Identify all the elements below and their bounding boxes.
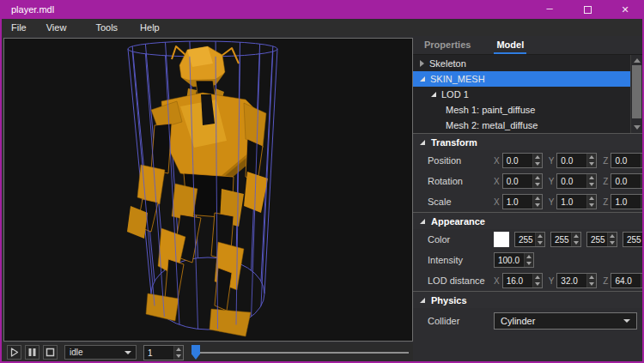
panel-tabs: Properties Model [413,36,642,54]
scroll-down-icon[interactable] [634,125,641,130]
play-icon [8,346,21,359]
spin-down-icon[interactable] [533,181,542,188]
spin-up-icon[interactable] [608,233,617,239]
color-g-field[interactable]: 255 [550,232,581,247]
collapsed-arrow-icon[interactable] [420,60,424,67]
minimize-button[interactable]: – [531,0,568,19]
color-r-field[interactable]: 255 [514,232,545,247]
collider-select[interactable]: Cylinder [494,312,637,330]
color-swatch[interactable] [494,232,509,247]
timeline-slider[interactable] [191,345,409,360]
3d-viewport[interactable] [3,38,413,342]
spin-down-icon[interactable] [533,202,542,209]
close-button[interactable]: ✕ [606,0,644,19]
position-z-field[interactable]: 0.0 [611,153,644,168]
right-panel: Properties Model Skeleton SKIN_MESH LOD … [413,36,642,361]
section-header-appearance[interactable]: Appearance [413,212,642,229]
scale-y-field[interactable]: 1.0 [556,194,597,209]
spin-up-icon[interactable] [587,274,596,281]
spin-up-icon[interactable] [533,174,542,181]
intensity-field[interactable]: 100.0 [494,252,534,268]
spin-up-icon[interactable] [572,233,580,239]
collider-row: Collider Cylinder [413,308,642,334]
model-tree: Skeleton SKIN_MESH LOD 1 Mesh 1: paint_d… [413,54,642,133]
stop-button[interactable] [43,345,58,360]
spin-up-icon[interactable] [533,195,542,202]
scroll-up-icon[interactable] [634,58,641,63]
color-a-field[interactable]: 255 [623,232,644,247]
close-icon: ✕ [621,4,629,15]
window-controls: – ✕ [531,0,644,19]
scale-row: Scale X 1.0 Y 1.0 Z 1.0 [413,191,642,212]
tree-item-skeleton[interactable]: Skeleton [413,56,630,71]
menu-tools[interactable]: Tools [95,22,118,33]
menu-file[interactable]: File [11,22,27,33]
section-header-transform[interactable]: Transform [413,133,642,150]
spin-down-icon[interactable] [587,281,596,287]
tree-item-mesh1[interactable]: Mesh 1: paint_diffuse [413,102,630,118]
position-y-field[interactable]: 0.0 [556,153,597,168]
chevron-down-icon [125,351,131,354]
frame-value[interactable]: 1 [144,346,173,360]
rotation-y-field[interactable]: 0.0 [556,173,597,189]
spin-down-icon[interactable] [525,260,533,267]
frame-stepper[interactable]: 1 [143,345,184,360]
scrollbar-thumb[interactable] [632,65,641,118]
scale-x-field[interactable]: 1.0 [502,194,543,209]
position-x-field[interactable]: 0.0 [502,153,543,168]
timeline-track[interactable] [191,352,409,354]
tree-item-skin-mesh[interactable]: SKIN_MESH [413,71,630,87]
model-render [4,39,412,341]
spin-up-icon[interactable] [587,195,596,202]
spin-up-icon[interactable] [536,233,544,239]
spin-down-icon[interactable] [533,281,542,287]
rotation-z-field[interactable]: 0.0 [611,173,644,189]
lod-z-field[interactable]: 64.0 [611,273,644,288]
lod-distance-row: LOD distance X 16.0 Y 32.0 Z 64.0 [413,270,642,291]
play-button[interactable] [7,345,21,360]
tree-item-mesh2[interactable]: Mesh 2: metal_diffuse [413,118,630,133]
menu-view[interactable]: View [46,22,67,33]
spin-up-icon[interactable] [174,346,183,353]
timeline-thumb[interactable] [191,345,200,360]
spin-up-icon[interactable] [525,253,533,260]
menu-help[interactable]: Help [140,22,160,33]
chevron-down-icon [623,319,630,323]
animation-select[interactable]: idle [64,345,137,360]
window-border-left [0,19,2,363]
spin-up-icon[interactable] [533,274,542,281]
expanded-arrow-icon [420,219,425,224]
spin-up-icon[interactable] [587,174,596,181]
stop-icon [44,346,57,359]
maximize-button[interactable] [568,0,606,19]
tab-model[interactable]: Model [494,36,526,54]
spin-up-icon[interactable] [533,154,542,160]
lod-x-field[interactable]: 16.0 [502,273,543,288]
rotation-x-field[interactable]: 0.0 [502,173,543,189]
tree-scrollbar[interactable] [630,55,642,133]
section-header-physics[interactable]: Physics [413,291,642,308]
pause-icon [26,346,39,359]
expanded-arrow-icon [420,298,425,303]
spin-down-icon[interactable] [536,239,544,246]
color-b-field[interactable]: 255 [586,232,617,247]
animation-select-value: idle [70,348,83,357]
spin-down-icon[interactable] [587,181,596,188]
lod-y-field[interactable]: 32.0 [556,273,597,288]
spin-down-icon[interactable] [174,353,183,360]
pause-button[interactable] [25,345,39,360]
spin-down-icon[interactable] [572,239,580,246]
spin-down-icon[interactable] [608,239,617,246]
tab-properties[interactable]: Properties [422,36,473,54]
scale-z-field[interactable]: 1.0 [611,194,644,209]
maximize-icon [584,6,592,14]
collider-select-value: Cylinder [501,316,535,326]
expanded-arrow-icon[interactable] [420,76,425,82]
spin-up-icon[interactable] [587,154,596,160]
tree-item-lod1[interactable]: LOD 1 [413,87,630,102]
spin-down-icon[interactable] [587,202,596,209]
spin-down-icon[interactable] [587,160,596,167]
expanded-arrow-icon[interactable] [431,92,436,97]
spin-down-icon[interactable] [533,160,542,167]
titlebar: player.mdl – ✕ [0,0,644,19]
